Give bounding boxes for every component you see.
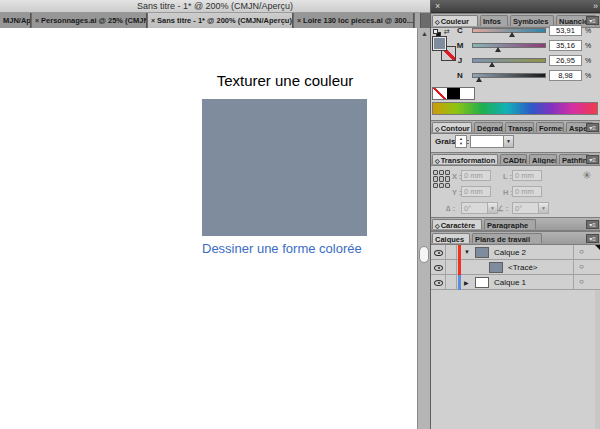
magenta-slider[interactable] bbox=[472, 43, 546, 48]
w-field[interactable]: 0 mm bbox=[512, 170, 542, 181]
artboard-canvas[interactable]: Texturer une couleur Dessiner une forme … bbox=[0, 28, 417, 429]
tab-label: Calques bbox=[435, 235, 464, 243]
expander-open-icon[interactable]: ▼ bbox=[464, 249, 470, 255]
dock-close-icon[interactable]: × bbox=[435, 0, 440, 12]
layer-name[interactable]: Calque 1 bbox=[494, 278, 526, 287]
target-column: ○ bbox=[573, 260, 591, 275]
tab-formes[interactable]: Formes bbox=[536, 122, 564, 132]
tab-paragraphe[interactable]: Paragraphe bbox=[484, 219, 536, 229]
tab-pathfinder[interactable]: Pathfind bbox=[559, 154, 589, 164]
tab-couleur[interactable]: ◇Couleur bbox=[432, 15, 478, 26]
dropdown-icon[interactable]: ▼ bbox=[503, 136, 513, 147]
layer-row-calque-2[interactable]: ▼ Calque 2 ○ bbox=[431, 245, 600, 260]
visibility-toggle[interactable] bbox=[431, 260, 446, 275]
doc-tab-clipped[interactable]: MJN/Aper... bbox=[0, 13, 31, 28]
artwork-link-text[interactable]: Dessiner une forme colorée bbox=[202, 241, 362, 256]
jaune-slider[interactable] bbox=[472, 58, 546, 63]
percent-label: % bbox=[585, 42, 597, 49]
y-field[interactable]: 0 mm bbox=[461, 186, 491, 197]
stroke-weight-stepper[interactable]: ▲ ▼ bbox=[455, 135, 467, 148]
tab-degrade[interactable]: Dégrad bbox=[474, 122, 503, 132]
rotate-combo[interactable]: 0°▼ bbox=[461, 202, 498, 214]
fill-swatch[interactable] bbox=[432, 36, 447, 51]
layer-name[interactable]: Calque 2 bbox=[494, 248, 526, 257]
h-field[interactable]: 0 mm bbox=[512, 186, 542, 197]
target-circle-icon[interactable]: ○ bbox=[579, 262, 584, 271]
panel-dock: × » ◇Couleur Infos Symboles Nuancier ▾≡ … bbox=[430, 0, 600, 429]
panel-menu-icon[interactable]: ▾≡ bbox=[586, 234, 599, 243]
doc-tab-sans-titre-active[interactable]: ×Sans titre - 1* @ 200% (CMJN/Aperçu) bbox=[148, 13, 293, 28]
close-icon[interactable]: × bbox=[297, 17, 301, 24]
scrollbar-thumb[interactable] bbox=[419, 246, 429, 263]
cyan-slider[interactable] bbox=[472, 28, 546, 33]
target-circle-icon[interactable]: ○ bbox=[579, 277, 584, 286]
visibility-toggle[interactable] bbox=[431, 275, 446, 290]
tab-calques[interactable]: Calques bbox=[432, 233, 470, 243]
close-icon[interactable]: × bbox=[35, 17, 39, 24]
slider-marker[interactable] bbox=[495, 47, 501, 52]
tab-contour[interactable]: ◇Contour bbox=[432, 122, 472, 132]
none-swatch[interactable] bbox=[433, 88, 446, 99]
reference-point-grid[interactable] bbox=[433, 170, 450, 188]
panel-menu-icon[interactable]: ▾≡ bbox=[586, 220, 599, 229]
tab-transparence[interactable]: Transp. bbox=[505, 122, 534, 132]
x-field[interactable]: 0 mm bbox=[461, 170, 491, 181]
noir-value-field[interactable]: 8,98 bbox=[549, 70, 582, 81]
cyan-value-field[interactable]: 53,91 bbox=[549, 25, 582, 36]
percent-label: % bbox=[585, 57, 597, 64]
slider-marker[interactable] bbox=[476, 77, 482, 82]
slider-marker[interactable] bbox=[509, 32, 515, 37]
target-circle-icon[interactable]: ○ bbox=[579, 247, 584, 256]
tab-transformation[interactable]: ◇Transformation bbox=[432, 154, 498, 164]
white-swatch[interactable] bbox=[461, 88, 474, 99]
lock-column[interactable] bbox=[447, 245, 457, 260]
stroke-weight-combo[interactable]: ▼ bbox=[470, 135, 514, 148]
layer-name[interactable]: <Tracé> bbox=[508, 263, 538, 272]
dropdown-icon[interactable]: ▼ bbox=[487, 203, 497, 213]
shear-combo[interactable]: 0°▼ bbox=[512, 202, 549, 214]
panel-menu-icon[interactable]: ▾≡ bbox=[586, 123, 599, 132]
layer-row-calque-1[interactable]: ▶ Calque 1 ○ bbox=[431, 275, 600, 290]
dock-collapse-icon[interactable]: » bbox=[593, 0, 597, 12]
tab-cadtrace[interactable]: CADtrac bbox=[500, 154, 527, 164]
document-tab-bar: MJN/Aper... ×Personnages.ai @ 25% (CMJN.… bbox=[0, 13, 430, 28]
layer-thumbnail[interactable] bbox=[475, 247, 489, 258]
layer-thumbnail[interactable] bbox=[489, 262, 503, 273]
close-icon[interactable]: × bbox=[151, 17, 155, 24]
visibility-toggle[interactable] bbox=[431, 245, 446, 260]
canvas-vertical-scrollbar[interactable]: ▲ bbox=[417, 28, 430, 429]
doc-tab-sliver[interactable] bbox=[415, 13, 421, 28]
dropdown-icon[interactable]: ▼ bbox=[538, 203, 548, 213]
layer-thumbnail[interactable] bbox=[475, 277, 489, 288]
stepper-down-icon[interactable]: ▼ bbox=[456, 141, 466, 146]
window-title: Sans titre - 1* @ 200% (CMJN/Aperçu) bbox=[0, 0, 430, 13]
doc-tab-loire[interactable]: ×Loire 130 loc pieces.ai @ 300... bbox=[294, 13, 414, 28]
selection-corner-indicator bbox=[595, 245, 600, 251]
tab-infos[interactable]: Infos bbox=[480, 15, 508, 26]
swap-fill-stroke-icon[interactable]: ⇄ bbox=[444, 28, 450, 36]
doc-tab-personnages[interactable]: ×Personnages.ai @ 25% (CMJN... bbox=[32, 13, 147, 28]
tab-symboles[interactable]: Symboles bbox=[510, 15, 554, 26]
black-swatch[interactable] bbox=[447, 88, 460, 99]
expander-closed-icon[interactable]: ▶ bbox=[464, 279, 469, 286]
tab-label: Couleur bbox=[441, 17, 469, 26]
artwork-rectangle[interactable] bbox=[202, 99, 367, 236]
jaune-value-field[interactable]: 26,95 bbox=[549, 55, 582, 66]
noir-slider[interactable] bbox=[472, 73, 546, 78]
lock-column[interactable] bbox=[447, 275, 457, 290]
panel-collapse-icon: ◇ bbox=[435, 158, 440, 164]
tab-label: Plans de travail bbox=[475, 235, 530, 243]
tab-plans-de-travail[interactable]: Plans de travail bbox=[472, 233, 542, 243]
cyan-label: C bbox=[455, 26, 465, 35]
tab-caractere[interactable]: ◇Caractère bbox=[432, 219, 482, 229]
panel-menu-icon[interactable]: ▾≡ bbox=[586, 155, 599, 164]
panel-menu-icon[interactable]: ▾≡ bbox=[586, 16, 599, 25]
magenta-value-field[interactable]: 35,16 bbox=[549, 40, 582, 51]
tab-alignement[interactable]: Alignem bbox=[529, 154, 557, 164]
slider-marker[interactable] bbox=[489, 62, 495, 67]
layer-row-trace[interactable]: <Tracé> ○ bbox=[431, 260, 600, 275]
lock-column[interactable] bbox=[447, 260, 457, 275]
stroke-panel-tabrow: ◇Contour Dégrad Transp. Formes Aspect ▾≡ bbox=[431, 120, 600, 134]
color-spectrum-bar[interactable] bbox=[432, 102, 598, 115]
tab-label: Infos bbox=[483, 17, 501, 26]
